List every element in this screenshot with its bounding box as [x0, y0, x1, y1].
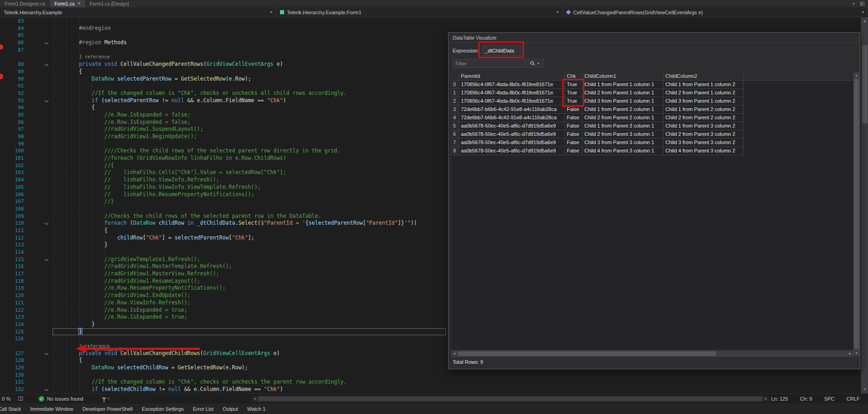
grid-column-header[interactable]: ParentId: [459, 72, 565, 81]
grid-column-header[interactable]: [451, 72, 459, 81]
collapse-chevron-icon[interactable]: [45, 387, 48, 391]
grid-cell[interactable]: False: [565, 147, 583, 155]
grid-cell[interactable]: Child 1 from Parent 1 column 2: [664, 81, 744, 89]
scroll-right-icon[interactable]: ►: [847, 350, 853, 357]
visualizer-title[interactable]: DataTable Visualizer: [449, 33, 860, 43]
collapse-chevron-icon[interactable]: [45, 221, 48, 225]
grid-vertical-scrollbar[interactable]: ▲ ▼: [853, 72, 860, 356]
editor-horizontal-scrollbar[interactable]: ◄ ►: [251, 396, 769, 402]
grid-cell[interactable]: Child 3 from Parent 3 column 1: [583, 139, 664, 147]
scroll-left-icon[interactable]: ◄: [251, 396, 258, 402]
scroll-down-icon[interactable]: ▼: [861, 386, 868, 393]
panel-tab[interactable]: Error List: [188, 406, 218, 412]
grid-column-header[interactable]: Chk: [565, 72, 583, 81]
grid-row-header[interactable]: 4: [451, 114, 459, 122]
scrollbar-thumb[interactable]: [862, 45, 868, 123]
eol-indicator[interactable]: CRLF: [846, 396, 860, 402]
grid-row-header[interactable]: 6: [451, 130, 459, 139]
grid-cell[interactable]: False: [565, 114, 583, 122]
grid-cell[interactable]: Child 1 from Parent 3 column 1: [583, 122, 664, 130]
zoom-level[interactable]: 0 %: [0, 396, 18, 402]
collapse-chevron-icon[interactable]: [45, 41, 48, 44]
grid-cell[interactable]: 170856c4-0f67-4bda-8b0c-f61fee81671e: [459, 81, 565, 89]
table-row[interactable]: 372de6bb7-b6b6-4c42-91e8-a4c116ab28caFal…: [451, 105, 853, 114]
filter-button[interactable]: ▾: [102, 397, 110, 401]
panel-tab[interactable]: Watch 1: [243, 406, 270, 412]
scroll-up-icon[interactable]: ▲: [853, 72, 860, 78]
table-row[interactable]: 2170856c4-0f67-4bda-8b0c-f61fee81671eTru…: [451, 97, 853, 105]
grid-cell[interactable]: False: [565, 122, 583, 130]
grid-cell[interactable]: Child 3 from Parent 1 column 1: [583, 97, 664, 105]
grid-cell[interactable]: aa0b5678-50ec-40e5-af6c-d7d919d5a6e9: [459, 130, 565, 139]
scrollbar-thumb[interactable]: [854, 79, 859, 349]
scroll-down-icon[interactable]: ▼: [853, 350, 860, 356]
grid-cell[interactable]: False: [565, 139, 583, 147]
search-button[interactable]: ▾: [525, 59, 544, 68]
panel-tab[interactable]: Developer PowerShell: [78, 406, 137, 412]
grid-cell[interactable]: Child 1 from Parent 1 column 1: [583, 81, 664, 89]
grid-cell[interactable]: Child 2 from Parent 1 column 2: [664, 89, 744, 97]
grid-cell[interactable]: True: [565, 81, 583, 89]
document-tab[interactable]: Form1.cs×: [50, 0, 85, 7]
column-indicator[interactable]: Ch: 9: [800, 396, 812, 402]
table-row[interactable]: 472de6bb7-b6b6-4c42-91e8-a4c116ab28caFal…: [451, 114, 853, 122]
table-row[interactable]: 5aa0b5678-50ec-40e5-af6c-d7d919d5a6e9Fal…: [451, 122, 853, 130]
line-indicator[interactable]: Ln: 125: [771, 396, 788, 402]
grid-cell[interactable]: Child 2 from Parent 3 column 2: [664, 130, 744, 139]
grid-column-header[interactable]: ChildColumn2: [664, 72, 744, 81]
document-tab[interactable]: Form1.cs [Design]: [85, 0, 134, 7]
grid-cell[interactable]: False: [565, 105, 583, 114]
code-line[interactable]: 84 #endregion: [0, 25, 861, 32]
split-view-icon[interactable]: [18, 397, 23, 401]
breadcrumb-member[interactable]: CellValueChangedParentRows(GridViewCellE…: [563, 7, 868, 17]
grid-cell[interactable]: Child 2 from Parent 3 column 1: [583, 130, 664, 139]
grid-cell[interactable]: True: [565, 89, 583, 97]
panel-tab[interactable]: Immediate Window: [26, 406, 78, 412]
grid-cell[interactable]: Child 2 from Parent 2 column 1: [583, 114, 664, 122]
panel-tab[interactable]: Output: [218, 406, 243, 412]
collapse-chevron-icon[interactable]: [45, 62, 48, 66]
grid-row-header[interactable]: 5: [451, 122, 459, 130]
grid-cell[interactable]: aa0b5678-50ec-40e5-af6c-d7d919d5a6e9: [459, 139, 565, 147]
tab-list-chevron-icon[interactable]: ▾: [852, 1, 855, 6]
chevron-down-icon[interactable]: ▾: [551, 10, 559, 14]
breadcrumb-type[interactable]: Telerik.Hierarchy.Example.Form1 ▾: [276, 7, 563, 17]
grid-cell[interactable]: Child 4 from Parent 3 column 1: [583, 147, 664, 155]
close-icon[interactable]: ×: [78, 1, 81, 6]
grid-cell[interactable]: 170856c4-0f67-4bda-8b0c-f61fee81671e: [459, 89, 565, 97]
panel-tab[interactable]: Exception Settings: [137, 406, 188, 412]
grid-cell[interactable]: 72de6bb7-b6b6-4c42-91e8-a4c116ab28ca: [459, 114, 565, 122]
breadcrumb-project[interactable]: Telerik.Hierarchy.Example ▾: [0, 7, 276, 17]
table-row[interactable]: 8aa0b5678-50ec-40e5-af6c-d7d919d5a6e9Fal…: [451, 147, 853, 155]
expression-input[interactable]: [482, 45, 521, 56]
grid-row-header[interactable]: 7: [451, 139, 459, 147]
grid-cell[interactable]: False: [565, 130, 583, 139]
editor-vertical-scrollbar[interactable]: ▲ ▼: [861, 17, 868, 393]
grid-cell[interactable]: aa0b5678-50ec-40e5-af6c-d7d919d5a6e9: [459, 122, 565, 130]
code-lens-label[interactable]: 1 reference: [53, 54, 110, 59]
filter-input[interactable]: [453, 59, 525, 68]
code-line[interactable]: 83: [0, 17, 861, 25]
grid-cell[interactable]: Child 4 from Parent 3 column 2: [664, 147, 744, 155]
grid-cell[interactable]: 170856c4-0f67-4bda-8b0c-f61fee81671e: [459, 97, 565, 105]
code-line[interactable]: 131 //If the changed column is "Chk", ch…: [0, 379, 861, 386]
collapse-chevron-icon[interactable]: [45, 257, 48, 261]
scrollbar-thumb[interactable]: [258, 397, 762, 401]
table-row[interactable]: 7aa0b5678-50ec-40e5-af6c-d7d919d5a6e9Fal…: [451, 139, 853, 147]
grid-row-header[interactable]: 8: [451, 147, 459, 155]
scroll-up-icon[interactable]: ▲: [861, 17, 868, 25]
panel-tab[interactable]: Call Stack: [0, 406, 26, 412]
scroll-left-icon[interactable]: ◄: [451, 350, 458, 357]
space-indicator[interactable]: SPC: [824, 396, 835, 402]
grid-row-header[interactable]: 1: [451, 89, 459, 97]
chevron-down-icon[interactable]: ▾: [856, 10, 864, 14]
grid-row-header[interactable]: 0: [451, 81, 459, 89]
grid-cell[interactable]: True: [565, 97, 583, 105]
grid-cell[interactable]: Child 1 from Parent 2 column 2: [664, 105, 744, 114]
scroll-right-icon[interactable]: ►: [763, 396, 769, 402]
grid-horizontal-scrollbar[interactable]: ◄ ►: [451, 350, 853, 357]
table-row[interactable]: 6aa0b5678-50ec-40e5-af6c-d7d919d5a6e9Fal…: [451, 130, 853, 139]
document-tab[interactable]: Form1.Designer.cs: [0, 0, 50, 7]
grid-cell[interactable]: Child 3 from Parent 3 column 2: [664, 139, 744, 147]
collapse-chevron-icon[interactable]: [45, 351, 48, 355]
